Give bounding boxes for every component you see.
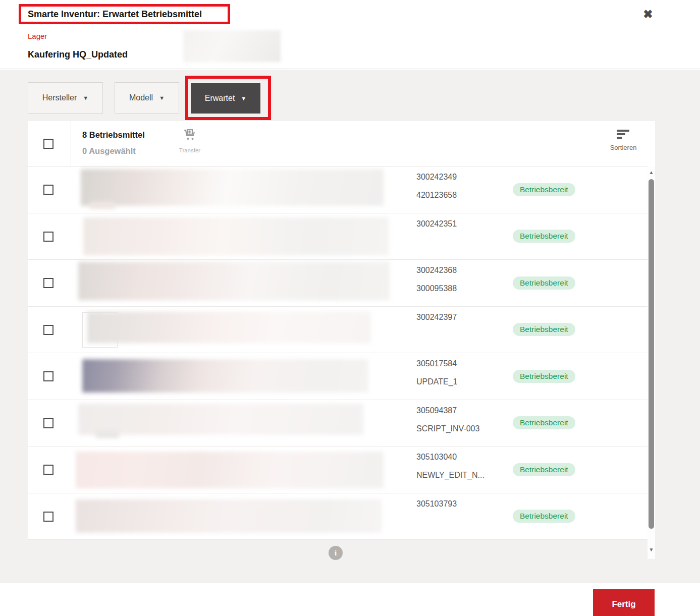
serial-number: 300242349 (416, 173, 457, 182)
filter-modell-label: Modell (129, 93, 153, 102)
asset-row[interactable]: 300242397 Betriebsbereit (28, 307, 648, 354)
modal-footer: Fertig (0, 583, 700, 616)
redacted-asset-info (82, 359, 368, 393)
filter-hersteller-button[interactable]: Hersteller ▼ (28, 82, 103, 114)
chevron-down-icon: ▼ (83, 95, 88, 101)
redacted-asset-info (87, 312, 371, 343)
scrollbar-thumb[interactable] (649, 179, 654, 529)
alt-serial-number: UPDATE_1 (416, 377, 458, 386)
select-all-checkbox[interactable] (43, 139, 53, 149)
asset-count: 8 Betriebsmittel (82, 130, 145, 140)
filter-erwartet-label: Erwartet (205, 94, 235, 103)
status-badge: Betriebsbereit (513, 276, 575, 290)
redacted-asset-info (76, 452, 384, 488)
status-badge: Betriebsbereit (513, 370, 575, 383)
filter-erwartet-button[interactable]: Erwartet ▼ (191, 83, 260, 114)
asset-row[interactable]: 305017584 UPDATE_1 Betriebsbereit (28, 353, 648, 400)
warehouse-label: Lager (28, 32, 47, 40)
alt-serial-number: 300095388 (416, 284, 457, 293)
alt-serial-number: SCRIPT_INV-003 (416, 424, 479, 433)
serial-number: 305103040 (416, 453, 457, 462)
alt-serial-number: NEWLY_EDIT_N... (416, 471, 484, 480)
asset-rows: 300242349 420123658 Betriebsbereit 30024… (28, 166, 648, 540)
sort-label: Sortieren (610, 144, 637, 151)
serial-number: 300242368 (416, 266, 457, 275)
redacted-asset-info (78, 404, 363, 435)
filter-hersteller-label: Hersteller (42, 93, 77, 102)
scroll-up-icon[interactable]: ▲ (648, 169, 655, 176)
row-checkbox[interactable] (43, 232, 53, 242)
sort-button[interactable]: Sortieren (605, 130, 641, 151)
status-badge: Betriebsbereit (513, 510, 575, 523)
status-badge: Betriebsbereit (513, 230, 575, 243)
status-badge: Betriebsbereit (513, 183, 575, 196)
row-checkbox[interactable] (43, 185, 53, 195)
serial-number: 300242351 (416, 219, 457, 229)
scroll-down-icon[interactable]: ▼ (648, 546, 655, 553)
close-icon[interactable]: ✖ (639, 5, 657, 23)
asset-row[interactable]: 305094387 SCRIPT_INV-003 Betriebsbereit (28, 400, 648, 447)
filter-modell-button[interactable]: Modell ▼ (115, 82, 179, 114)
asset-row[interactable]: 305103040 NEWLY_EDIT_N... Betriebsbereit (28, 446, 648, 493)
row-checkbox[interactable] (43, 512, 53, 522)
row-checkbox[interactable] (43, 371, 53, 381)
redacted-asset-info (76, 499, 382, 533)
row-checkbox[interactable] (43, 465, 53, 475)
asset-row[interactable]: 300242349 420123658 Betriebsbereit (28, 166, 648, 213)
chevron-down-icon: ▼ (241, 95, 246, 101)
scrollbar: ▲ ▼ (648, 166, 655, 559)
row-checkbox[interactable] (43, 278, 53, 288)
selected-count: 0 Ausgewählt (82, 146, 136, 156)
alt-serial-number: 420123658 (416, 191, 457, 200)
title-annotation-box: Smarte Inventur: Erwartet Betriebsmittel (19, 4, 230, 24)
status-badge: Betriebsbereit (513, 416, 575, 429)
redacted-asset-info (90, 202, 115, 209)
sort-icon (617, 130, 630, 139)
info-icon[interactable]: i (329, 546, 343, 560)
serial-number: 305017584 (416, 359, 457, 368)
modal-title: Smarte Inventur: Erwartet Betriebsmittel (21, 9, 202, 20)
row-checkbox[interactable] (43, 418, 53, 428)
redacted-asset-info (83, 217, 389, 255)
redacted-asset-info (81, 169, 384, 206)
row-checkbox[interactable] (43, 325, 53, 335)
list-header: 8 Betriebsmittel 0 Ausgewählt Transfer S… (28, 121, 648, 166)
serial-number: 300242397 (416, 313, 457, 322)
redacted-asset-info (78, 262, 390, 300)
warehouse-name: Kaufering HQ_Updated (28, 49, 128, 60)
status-badge: Betriebsbereit (513, 323, 575, 336)
redacted-asset-info (96, 431, 119, 438)
asset-row[interactable]: 300242368 300095388 Betriebsbereit (28, 260, 648, 307)
done-button[interactable]: Fertig (593, 589, 655, 616)
asset-row[interactable]: 300242351 Betriebsbereit (28, 213, 648, 260)
serial-number: 305094387 (416, 406, 457, 415)
transfer-label: Transfer (179, 147, 200, 153)
chevron-down-icon: ▼ (159, 95, 165, 101)
status-badge: Betriebsbereit (513, 463, 575, 476)
asset-row[interactable]: 305103793 Betriebsbereit (28, 493, 648, 540)
modal-header: Smarte Inventur: Erwartet Betriebsmittel… (0, 0, 700, 69)
transfer-cart-icon (183, 129, 197, 143)
smart-inventory-modal: Smarte Inventur: Erwartet Betriebsmittel… (0, 0, 700, 616)
serial-number: 305103793 (416, 499, 457, 509)
redacted-header-content (183, 30, 281, 62)
asset-list-panel: 8 Betriebsmittel 0 Ausgewählt Transfer S… (28, 121, 655, 540)
transfer-button[interactable]: Transfer (172, 129, 208, 153)
